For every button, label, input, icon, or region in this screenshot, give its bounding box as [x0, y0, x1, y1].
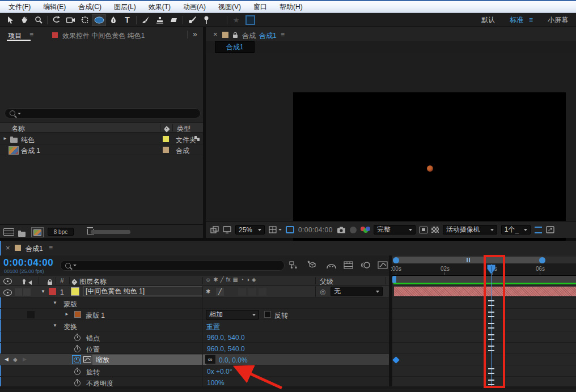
keyframe-next-icon[interactable]: ▶ [23, 357, 27, 362]
mask-mode-select[interactable]: 相加 [206, 310, 259, 319]
show-snapshot-icon[interactable] [350, 227, 357, 233]
layer-label-swatch[interactable] [49, 288, 56, 295]
navigator-start-handle[interactable] [393, 257, 399, 263]
close-icon[interactable]: × [6, 244, 10, 252]
eraser-tool-icon[interactable] [167, 14, 181, 26]
panel-menu-icon[interactable]: ≡ [281, 31, 285, 38]
playhead[interactable] [486, 264, 496, 275]
mask-invert-checkbox[interactable] [264, 311, 271, 318]
label-swatch[interactable] [163, 147, 169, 153]
menu-item-view[interactable]: 视图(V) [212, 2, 247, 12]
frame-blend-icon[interactable] [344, 261, 353, 269]
stopwatch-icon[interactable] [74, 380, 81, 386]
layer-name-box[interactable]: [中间色黄色 纯色 1] [83, 287, 203, 296]
name-column-header[interactable]: 名称 [11, 124, 25, 134]
new-composition-icon[interactable] [31, 227, 44, 237]
roto-brush-tool-icon[interactable] [185, 14, 199, 26]
menu-item-composition[interactable]: 合成(C) [72, 2, 108, 12]
panel-menu-icon[interactable]: ≡ [49, 244, 53, 251]
frame-blend-switch-icon[interactable]: ▦ [232, 277, 238, 283]
solid-color-swatch[interactable] [71, 287, 79, 296]
index-column-header[interactable]: # [60, 278, 64, 284]
rotation-row[interactable]: 旋转 0x +0.0° [0, 365, 392, 377]
masks-group-label[interactable]: 蒙版 [63, 300, 77, 309]
motion-blur-icon[interactable] [361, 261, 370, 269]
view-layout-select[interactable]: 1个_ [501, 225, 531, 235]
property-value[interactable]: 960.0, 540.0 [207, 334, 245, 342]
composition-mini-flowchart-icon[interactable] [289, 261, 299, 270]
pixel-aspect-icon[interactable] [546, 226, 554, 233]
stopwatch-box[interactable] [72, 355, 81, 364]
magnification-select[interactable]: 25% [235, 225, 265, 235]
property-value[interactable]: 0.0, 0.0% [219, 356, 248, 364]
quality-switch-icon[interactable]: ╱ [221, 277, 224, 283]
parent-select[interactable]: 无 [331, 287, 383, 296]
time-navigator-track[interactable] [392, 257, 576, 263]
stopwatch-icon[interactable] [74, 369, 81, 375]
tag-column-icon[interactable] [163, 126, 170, 132]
mask-expander-icon[interactable]: ► [65, 312, 69, 317]
time-navigator-bar[interactable] [393, 257, 545, 263]
3d-layer-switch-icon[interactable]: ◈ [252, 277, 256, 283]
menu-item-window[interactable]: 窗口 [247, 2, 273, 12]
selection-tool-icon[interactable] [3, 14, 17, 26]
solo-column-icon[interactable] [23, 279, 26, 282]
clone-stamp-tool-icon[interactable] [153, 14, 167, 26]
property-label[interactable]: 位置 [86, 345, 100, 355]
brush-tool-icon[interactable] [138, 14, 153, 26]
stopwatch-icon[interactable] [74, 335, 81, 341]
primary-viewer-icon[interactable] [223, 226, 231, 233]
close-icon[interactable]: × [213, 31, 218, 38]
audio-column-icon[interactable] [28, 280, 32, 285]
quality-switch-well[interactable]: ╱ [216, 288, 224, 296]
always-preview-icon[interactable] [210, 226, 219, 233]
video-column-icon[interactable] [3, 278, 12, 284]
layer-dot[interactable] [427, 165, 433, 172]
grid-guides-icon[interactable] [269, 226, 282, 233]
navigator-end-handle[interactable] [539, 257, 545, 263]
solo-well[interactable] [23, 288, 31, 296]
motion-blur-switch-icon[interactable]: ◔ [240, 277, 244, 283]
property-value[interactable]: 100% [207, 379, 225, 387]
fx-switch-icon[interactable]: fx [226, 277, 231, 283]
project-row-solids[interactable]: ► 纯色 文件夹 [0, 134, 203, 144]
scale-label-cell[interactable]: 缩放 [92, 355, 206, 365]
graph-rows[interactable] [392, 286, 576, 389]
snapshot-icon[interactable] [337, 227, 346, 233]
scale-row[interactable]: ◀ ◆ ▶ 缩放 ∞ 0.0, 0.0% [0, 354, 392, 365]
property-label[interactable]: 旋转 [86, 368, 100, 377]
menu-item-layer[interactable]: 图层(L) [108, 2, 142, 12]
parent-pick-whip-icon[interactable]: ◎ [320, 288, 325, 295]
rotate-tool-icon[interactable] [49, 14, 63, 26]
menu-item-file[interactable]: 文件(F) [2, 2, 37, 12]
keyframe-prev-icon[interactable]: ◀ [5, 357, 9, 362]
project-search-input[interactable] [5, 108, 201, 118]
camera-view-select[interactable]: 活动摄像机 [443, 225, 497, 235]
workspace-standard-button[interactable]: 标准 [510, 15, 523, 25]
workspace-star-icon[interactable]: ★ [229, 14, 243, 26]
lock-column-icon[interactable] [48, 282, 52, 285]
stopwatch-icon[interactable] [74, 346, 81, 352]
transform-group-row[interactable]: ▼ 变换 重置 [0, 320, 392, 331]
menu-item-help[interactable]: 帮助(H) [273, 2, 309, 12]
switch-well[interactable] [248, 288, 256, 296]
panel-menu-icon[interactable]: ≡ [29, 31, 33, 38]
masks-group-row[interactable]: ▼ 蒙版 [0, 297, 392, 309]
layer-row[interactable]: ▼ 1 [中间色黄色 纯色 1] ✱ ╱ ◎ 无 [0, 286, 392, 297]
keyframe-toggle-icon[interactable]: ◆ [13, 357, 18, 363]
transparency-grid-icon[interactable] [431, 227, 439, 233]
layer-visibility-icon[interactable] [3, 289, 12, 296]
zoom-tool-icon[interactable] [31, 14, 45, 26]
menu-item-edit[interactable]: 编辑(E) [37, 2, 72, 12]
region-of-interest-icon[interactable] [286, 226, 294, 233]
viewer-timecode[interactable]: 0:00:04:00 [298, 226, 333, 234]
type-column-header[interactable]: 类型 [177, 124, 190, 134]
workspace-small-screen-button[interactable]: 小屏幕 [548, 15, 568, 25]
target-region-icon[interactable] [420, 227, 427, 233]
pan-behind-tool-icon[interactable] [78, 14, 92, 26]
workspace-grid-icon[interactable] [243, 14, 257, 26]
anchor-point-row[interactable]: 锚点 960.0, 540.0 [0, 331, 392, 343]
mask-row[interactable]: ► 蒙版 1 相加 反转 [0, 309, 392, 320]
share-view-icon[interactable] [535, 227, 542, 233]
label-swatch[interactable] [163, 136, 169, 142]
